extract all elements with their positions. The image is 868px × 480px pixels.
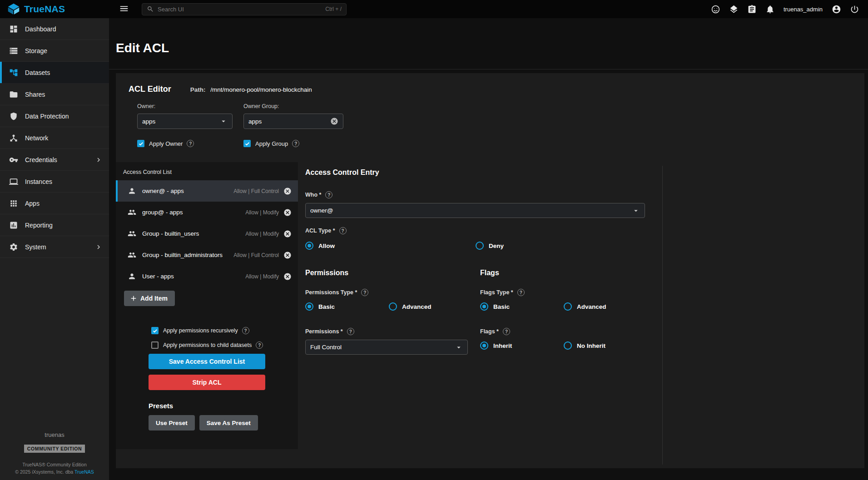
radio-inherit[interactable]: Inherit: [480, 341, 564, 350]
apply-group-checkbox[interactable]: [243, 140, 251, 147]
acl-entry-name: Group - builtin_administrators: [142, 252, 223, 258]
radio-label: Basic: [318, 303, 335, 310]
save-as-preset-button[interactable]: Save As Preset: [199, 415, 258, 431]
help-icon[interactable]: [347, 328, 354, 335]
help-icon[interactable]: [517, 289, 525, 296]
remove-entry-icon[interactable]: [283, 272, 292, 281]
help-icon[interactable]: [187, 140, 194, 147]
sidebar-footer: truenas COMMUNITY EDITION TrueNAS® Commu…: [0, 431, 109, 480]
jobs-icon[interactable]: [728, 4, 739, 15]
permissions-type-label: Permissions Type *: [305, 289, 357, 296]
acl-entry-permission: Allow | Modify: [245, 273, 279, 280]
user-menu-icon[interactable]: [831, 4, 842, 15]
sidebar-item-system[interactable]: System: [0, 236, 109, 258]
main-content: Edit ACL ACL Editor Path: /mnt/monero-po…: [109, 18, 868, 480]
radio-flags-advanced[interactable]: Advanced: [564, 302, 647, 311]
help-icon[interactable]: [325, 191, 332, 198]
instances-icon: [9, 177, 18, 186]
child-datasets-checkbox[interactable]: [151, 341, 159, 349]
hostname: truenas: [0, 431, 109, 438]
sidebar-item-shares[interactable]: Shares: [0, 84, 109, 105]
radio-unselected-icon: [564, 341, 572, 350]
remove-entry-icon[interactable]: [283, 208, 292, 217]
copyright-brand-link[interactable]: TrueNAS: [74, 469, 94, 475]
permissions-label: Permissions *: [305, 328, 343, 335]
shares-icon: [9, 90, 18, 99]
radio-label: Inherit: [493, 342, 512, 349]
acl-entry-row[interactable]: Group - builtin_users Allow | Modify: [116, 223, 298, 244]
apply-group-label: Apply Group: [255, 140, 288, 147]
sidebar-item-reporting[interactable]: Reporting: [0, 214, 109, 236]
recursive-checkbox[interactable]: [151, 327, 159, 334]
apply-owner-checkbox[interactable]: [137, 140, 144, 147]
username[interactable]: truenas_admin: [784, 6, 823, 13]
sidebar-item-label: Shares: [25, 91, 45, 98]
remove-entry-icon[interactable]: [283, 187, 292, 195]
sidebar-item-label: Instances: [25, 178, 52, 185]
help-icon[interactable]: [503, 328, 510, 335]
radio-flags-basic[interactable]: Basic: [480, 302, 564, 311]
sidebar-item-label: Reporting: [25, 222, 53, 229]
acl-entry-row[interactable]: owner@ - apps Allow | Full Control: [116, 180, 298, 202]
permissions-select[interactable]: Full Control: [305, 340, 468, 355]
sidebar-item-dashboard[interactable]: Dashboard: [0, 18, 109, 40]
who-select[interactable]: owner@: [305, 203, 645, 218]
sidebar-item-data-protection[interactable]: Data Protection: [0, 105, 109, 127]
path-value: /mnt/monero-pool/monero-blockchain: [210, 86, 312, 93]
radio-permissions-advanced[interactable]: Advanced: [389, 302, 472, 311]
truenas-logo-icon: [7, 3, 20, 15]
people-icon: [128, 251, 136, 259]
help-icon[interactable]: [361, 289, 368, 296]
recursive-label: Apply permissions recursively: [163, 327, 238, 334]
acl-entry-name: Group - builtin_users: [142, 230, 199, 237]
sidebar-item-instances[interactable]: Instances: [0, 171, 109, 193]
add-item-button[interactable]: Add Item: [124, 291, 175, 306]
radio-allow[interactable]: Allow: [305, 242, 476, 250]
help-icon[interactable]: [242, 327, 249, 334]
search-box[interactable]: Ctrl + /: [142, 3, 347, 15]
help-icon[interactable]: [292, 140, 299, 147]
sidebar-item-credentials[interactable]: Credentials: [0, 149, 109, 171]
chevron-down-icon: [455, 343, 463, 351]
sidebar-item-label: Dashboard: [25, 25, 56, 33]
chevron-down-icon: [219, 117, 228, 125]
radio-permissions-basic[interactable]: Basic: [305, 302, 389, 311]
help-icon[interactable]: [256, 341, 263, 349]
save-acl-button[interactable]: Save Access Control List: [149, 354, 265, 369]
help-icon[interactable]: [339, 227, 347, 234]
sidebar-item-label: Apps: [25, 200, 40, 207]
sidebar-item-datasets[interactable]: Datasets: [0, 62, 109, 84]
sidebar-item-storage[interactable]: Storage: [0, 40, 109, 62]
use-preset-button[interactable]: Use Preset: [149, 415, 195, 431]
acl-entry-row[interactable]: User - apps Allow | Modify: [116, 266, 298, 287]
acl-entry-name: User - apps: [142, 273, 174, 280]
owner-select[interactable]: apps: [137, 114, 233, 129]
search-input[interactable]: [158, 6, 322, 13]
sidebar-item-label: Data Protection: [25, 113, 69, 120]
sidebar-item-apps[interactable]: Apps: [0, 193, 109, 214]
acl-entry-row[interactable]: Group - builtin_administrators Allow | F…: [116, 244, 298, 266]
alerts-icon[interactable]: [764, 4, 775, 15]
radio-no-inherit[interactable]: No Inherit: [564, 341, 647, 350]
radio-deny[interactable]: Deny: [476, 242, 646, 250]
remove-entry-icon[interactable]: [283, 230, 292, 238]
feedback-icon[interactable]: [710, 4, 721, 15]
power-icon[interactable]: [849, 4, 860, 15]
save-as-preset-label: Save As Preset: [207, 420, 251, 426]
tasks-icon[interactable]: [746, 4, 757, 15]
acl-list-panel: Access Control List owner@ - apps Allow …: [116, 162, 298, 449]
radio-label: Allow: [318, 242, 335, 249]
acl-entry-row[interactable]: group@ - apps Allow | Modify: [116, 202, 298, 223]
sidebar-item-network[interactable]: Network: [0, 127, 109, 149]
menu-toggle-icon[interactable]: [118, 3, 130, 15]
acl-entry-permission: Allow | Full Control: [233, 188, 279, 194]
acl-editor-header: ACL Editor Path: /mnt/monero-pool/monero…: [116, 73, 864, 162]
owner-value: apps: [142, 118, 219, 125]
radio-label: Advanced: [577, 303, 606, 310]
remove-entry-icon[interactable]: [283, 251, 292, 259]
truenas-logo[interactable]: TrueNAS: [0, 3, 109, 15]
clear-icon[interactable]: [330, 117, 338, 125]
strip-acl-button[interactable]: Strip ACL: [149, 375, 265, 390]
owner-group-input[interactable]: apps: [243, 114, 343, 129]
owner-group-value: apps: [248, 118, 330, 125]
